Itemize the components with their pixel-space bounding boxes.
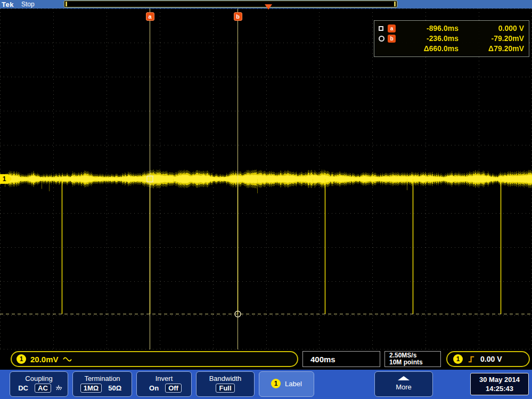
- bottom-menu-bar: Coupling DC AC Termination 1MΩ 50Ω Inver…: [0, 370, 532, 399]
- channel-badge: 1: [17, 354, 26, 364]
- trigger-level: 0.00 V: [480, 355, 502, 363]
- datetime-box: 30 May 2014 14:25:43: [470, 373, 529, 395]
- invert-button[interactable]: Invert On Off: [136, 371, 192, 397]
- cursor-a-row-badge: a: [388, 25, 396, 32]
- time-text: 14:25:43: [471, 384, 528, 393]
- invert-option-off[interactable]: Off: [165, 384, 182, 393]
- bandwidth-button[interactable]: Bandwidth Full: [196, 371, 255, 397]
- record-length: 10M points: [389, 359, 440, 366]
- termination-options: 1MΩ 50Ω: [80, 384, 124, 393]
- cursor-readout-panel: a -896.0ms 0.000 V b -236.0ms -79.20mV Δ…: [374, 20, 529, 57]
- cursor-a-badge[interactable]: a: [146, 12, 154, 21]
- label-button[interactable]: 1 Label: [259, 371, 314, 397]
- timebase-value: 400ms: [310, 355, 335, 364]
- square-icon: [379, 26, 383, 31]
- label-button-text: Label: [285, 380, 302, 388]
- circle-icon: [379, 36, 384, 42]
- trigger-readout[interactable]: 1 0.00 V: [446, 351, 530, 367]
- label-channel-badge: 1: [271, 379, 281, 388]
- graticule-canvas[interactable]: [0, 9, 532, 349]
- record-position-bar[interactable]: [64, 1, 397, 7]
- coupling-title: Coupling: [25, 374, 52, 382]
- acquisition-readout: 2.50MS/s 10M points: [384, 351, 441, 367]
- bandwidth-value[interactable]: Full: [216, 384, 234, 393]
- cursor-b-time: -236.0ms: [399, 34, 459, 43]
- coupling-button[interactable]: Coupling DC AC: [10, 371, 68, 397]
- bandwidth-value-row: Full: [216, 384, 234, 393]
- coupling-option-dc[interactable]: DC: [15, 384, 31, 393]
- termination-option-50ohm[interactable]: 50Ω: [105, 384, 124, 393]
- termination-button[interactable]: Termination 1MΩ 50Ω: [72, 371, 132, 397]
- termination-title: Termination: [84, 374, 120, 382]
- invert-option-on[interactable]: On: [146, 384, 161, 393]
- acquisition-status: Stop: [21, 1, 35, 8]
- date-text: 30 May 2014: [471, 375, 528, 384]
- cursor-delta-time: Δ660.0ms: [399, 44, 459, 53]
- ground-icon: [55, 385, 62, 392]
- cursor-a-value: 0.000 V: [459, 24, 524, 32]
- invert-options: On Off: [146, 384, 182, 393]
- cursor-b-badge[interactable]: b: [234, 12, 242, 21]
- channel-scale: 20.0mV: [30, 355, 59, 364]
- more-button-text: More: [396, 383, 412, 391]
- sine-wave-icon: [63, 356, 72, 363]
- cursor-delta-value: Δ79.20mV: [459, 44, 524, 53]
- more-button[interactable]: More: [374, 371, 433, 397]
- channel-scale-readout[interactable]: 1 20.0mV: [11, 351, 298, 367]
- termination-option-1mohm[interactable]: 1MΩ: [80, 384, 102, 393]
- invert-title: Invert: [155, 374, 173, 382]
- rising-edge-icon: [468, 355, 476, 363]
- chevron-up-icon: [398, 376, 410, 380]
- tek-logo: Tek: [2, 1, 14, 9]
- trigger-position-triangle[interactable]: [265, 4, 272, 10]
- oscilloscope-screen: Tek Stop a b 1 a -896.0ms 0.000 V b -236…: [0, 0, 532, 399]
- cursor-b-row-badge: b: [388, 35, 396, 43]
- record-end-marker: [394, 2, 396, 6]
- coupling-option-ac[interactable]: AC: [35, 384, 51, 393]
- bandwidth-title: Bandwidth: [209, 374, 242, 382]
- coupling-options: DC AC: [15, 384, 62, 393]
- trigger-channel-badge: 1: [453, 354, 463, 364]
- record-start-marker: [66, 2, 67, 6]
- timebase-readout[interactable]: 400ms: [302, 351, 380, 367]
- cursor-a-time: -896.0ms: [399, 24, 459, 32]
- cursor-b-value: -79.20mV: [459, 34, 524, 43]
